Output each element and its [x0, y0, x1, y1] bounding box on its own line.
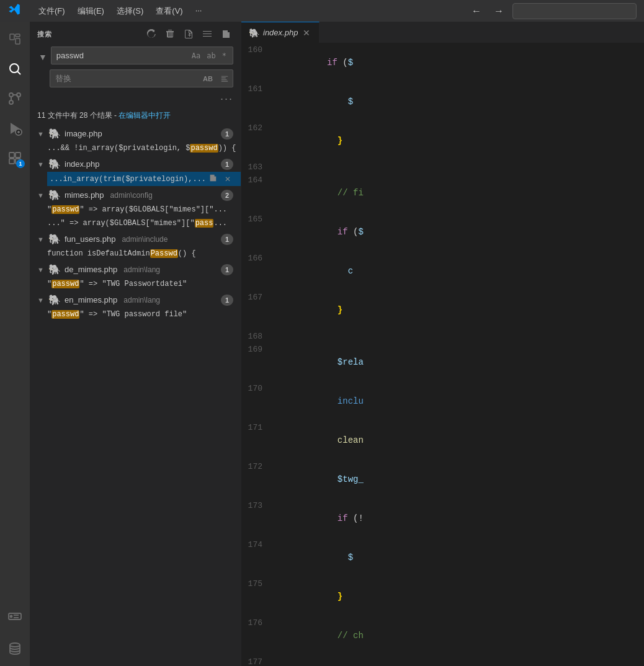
search-expand-chevron[interactable]: ▼ [37, 51, 48, 63]
file-header-mimes-php[interactable]: ▼ 🐘 mimes.php admin\config 2 [30, 187, 241, 203]
php-file-icon: 🐘 [48, 264, 61, 275]
code-line-171: 171 clean [241, 421, 644, 460]
activity-search[interactable] [2, 56, 27, 81]
search-input[interactable] [51, 47, 189, 64]
file-matches-en-mimes-php: "passwd" => "TWG password file" [30, 308, 241, 321]
code-line-160: 160 if ($ [241, 43, 644, 82]
line-number: 168 [241, 330, 272, 343]
code-line-166: 166 c [241, 252, 644, 291]
activity-bar: 1 [0, 22, 30, 666]
file-subpath-mimes: admin\config [110, 191, 153, 200]
line-number: 167 [241, 291, 272, 304]
line-code: } [272, 122, 644, 161]
match-line[interactable]: function isDefaultAdminPasswd() { [47, 247, 241, 260]
open-in-editor-icon-button[interactable] [218, 28, 233, 40]
new-file-button[interactable] [181, 28, 196, 40]
match-line[interactable]: ..." => array($GLOBALS["mimes"]["pass... [47, 216, 241, 230]
activity-remote[interactable] [2, 604, 27, 629]
collapse-all-button[interactable] [200, 28, 215, 40]
activity-source-control[interactable] [2, 86, 27, 111]
menu-more[interactable]: ··· [190, 3, 207, 19]
file-name-index-php: index.php [65, 159, 99, 169]
chevron-icon: ▼ [37, 236, 45, 243]
vscode-logo [7, 2, 21, 19]
editor-content[interactable]: 160 if ($ 161 $ 162 } 163 [241, 43, 644, 666]
code-line-161: 161 $ [241, 82, 644, 122]
activity-run-debug[interactable] [2, 116, 27, 141]
nav-forward-button[interactable]: → [490, 3, 508, 19]
file-name-en-mimes-php: en_mimes.php [65, 295, 117, 304]
activity-database[interactable] [2, 636, 27, 661]
code-line-163: 163 [241, 161, 644, 174]
chevron-icon: ▼ [37, 266, 45, 273]
line-code: inclu [272, 382, 644, 421]
file-header-de-mimes-php[interactable]: ▼ 🐘 de_mimes.php admin\lang 1 [30, 262, 241, 277]
nav-back-button[interactable]: ← [468, 3, 485, 19]
tab-php-icon: 🐘 [249, 28, 259, 38]
regex-toggle[interactable]: * [220, 50, 229, 61]
menu-view[interactable]: 查看(V) [151, 3, 187, 19]
editor-tab-index-php[interactable]: 🐘 index.php ✕ [241, 22, 320, 43]
main-layout: 1 搜索 [0, 22, 644, 666]
match-line[interactable]: ...&& !in_array($privatelogin, $passwd))… [47, 141, 241, 155]
code-line-162: 162 } [241, 122, 644, 161]
match-line[interactable]: "passwd" => "TWG password file" [47, 308, 241, 321]
clear-results-button[interactable] [163, 28, 177, 40]
search-panel-actions [144, 28, 233, 40]
code-line-174: 174 $ [241, 538, 644, 577]
more-options-button[interactable]: ··· [220, 92, 233, 105]
results-summary-text: 11 文件中有 28 个结果 [37, 111, 112, 120]
file-header-en-mimes-php[interactable]: ▼ 🐘 en_mimes.php admin\lang 1 [30, 292, 241, 308]
menu-edit[interactable]: 编辑(E) [73, 3, 109, 19]
case-sensitive-toggle[interactable]: Aa [189, 50, 203, 61]
results-list: ▼ 🐘 image.php 1 ...&& !in_array($private… [30, 126, 241, 666]
menu-select[interactable]: 选择(S) [112, 3, 148, 19]
line-number: 170 [241, 382, 272, 395]
whole-word-toggle[interactable]: ab [204, 50, 218, 61]
file-matches-index-php: ...in_array(trim($privatelogin),... ✕ [30, 172, 241, 186]
open-in-editor-link[interactable]: 在编辑器中打开 [119, 111, 171, 120]
match-text: function isDefaultAdminPasswd() { [47, 248, 196, 259]
match-line[interactable]: "passwd" => array($GLOBALS["mimes"]["... [47, 203, 241, 216]
titlebar-search-box[interactable] [512, 3, 637, 19]
menu-file[interactable]: 文件(F) [34, 3, 70, 19]
replace-preserve-case-button[interactable]: AB [199, 73, 217, 85]
line-code: $ [272, 538, 644, 577]
line-number: 172 [241, 460, 272, 473]
replace-word-button[interactable] [217, 72, 233, 86]
svg-point-20 [10, 643, 20, 647]
match-text: "passwd" => array($GLOBALS["mimes"]["... [47, 204, 227, 215]
search-panel-header: 搜索 [30, 22, 241, 44]
match-line-selected[interactable]: ...in_array(trim($privatelogin),... ✕ [47, 172, 241, 186]
file-count-fun-users-php: 1 [221, 234, 233, 245]
line-number: 161 [241, 82, 272, 95]
file-header-index-php[interactable]: ▼ 🐘 index.php 1 [30, 156, 241, 172]
file-group-image-php: ▼ 🐘 image.php 1 ...&& !in_array($private… [30, 126, 241, 155]
file-header-image-php[interactable]: ▼ 🐘 image.php 1 [30, 126, 241, 141]
titlebar: 文件(F) 编辑(E) 选择(S) 查看(V) ··· ← → [0, 0, 644, 22]
match-text: ..." => array($GLOBALS["mimes"]["pass... [47, 218, 227, 229]
code-line-168: 168 [241, 330, 644, 343]
file-name-fun-users-php: fun_users.php [65, 234, 115, 244]
line-code: clean [272, 421, 644, 460]
dismiss-match-button[interactable]: ✕ [222, 173, 233, 185]
tab-close-button[interactable]: ✕ [302, 28, 311, 38]
file-subpath-de-mimes: admin\lang [123, 265, 160, 274]
open-in-editor-match-button[interactable] [206, 173, 220, 185]
file-group-index-php: ▼ 🐘 index.php 1 ...in_array(trim($privat… [30, 156, 241, 186]
line-number: 177 [241, 655, 272, 666]
replace-input[interactable] [50, 70, 199, 87]
activity-extensions[interactable]: 1 [2, 146, 27, 171]
code-line-172: 172 $twg_ [241, 460, 644, 499]
svg-rect-12 [9, 153, 14, 158]
file-header-fun-users-php[interactable]: ▼ 🐘 fun_users.php admin\include 1 [30, 231, 241, 247]
refresh-button[interactable] [144, 28, 159, 40]
svg-rect-2 [16, 38, 20, 44]
titlebar-nav: ← → [468, 3, 637, 19]
match-line[interactable]: "passwd" => "TWG Passwortdatei" [47, 277, 241, 291]
line-number: 169 [241, 343, 272, 356]
file-subpath-en-mimes: admin\lang [123, 296, 160, 304]
activity-explorer[interactable] [2, 27, 27, 51]
svg-point-7 [9, 93, 13, 97]
svg-rect-1 [16, 34, 20, 37]
